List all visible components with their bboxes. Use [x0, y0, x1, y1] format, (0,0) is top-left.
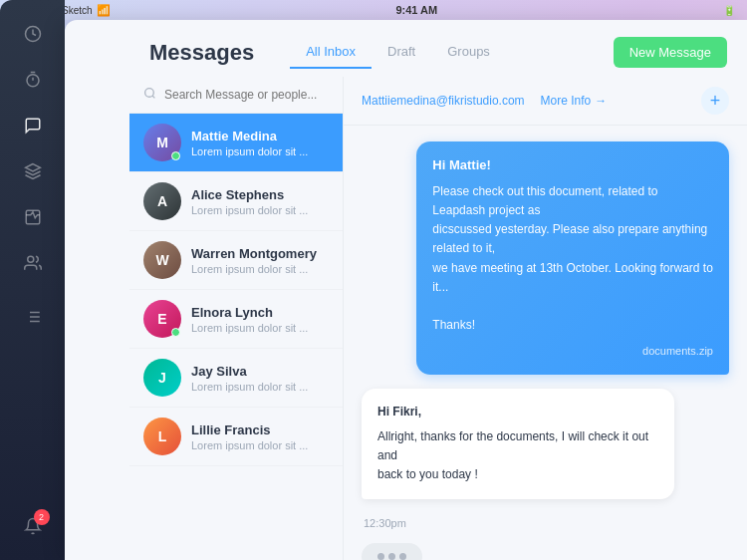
sidebar-icon-clock[interactable]	[14, 15, 52, 53]
status-bar: Sketch 📶 9:41 AM 🔋	[0, 0, 747, 20]
contact-name: Elnora Lynch	[191, 305, 329, 320]
online-indicator	[171, 151, 180, 160]
message-info: Lillie Francis Lorem ipsum dolor sit ...	[191, 422, 329, 451]
carrier-label: Sketch	[62, 5, 93, 16]
conversation-panel: Mattiiemedina@fikristudio.com More Info …	[344, 77, 747, 560]
avatar-wrap: L	[143, 418, 181, 455]
tabs: All Inbox Draft Groups	[290, 36, 506, 69]
main-content: Messages All Inbox Draft Groups New Mess…	[129, 20, 747, 560]
svg-line-13	[152, 96, 154, 98]
typing-dot-3	[399, 553, 406, 560]
svg-point-12	[145, 89, 154, 98]
list-item[interactable]: J Jay Silva Lorem ipsum dolor sit ...	[129, 349, 343, 408]
message-preview: Lorem ipsum dolor sit ...	[191, 263, 329, 275]
time-display: 9:41 AM	[395, 4, 437, 16]
add-button[interactable]: +	[701, 87, 729, 115]
avatar: J	[143, 359, 181, 397]
avatar-wrap: J	[143, 359, 181, 397]
messages-area: Hi Mattie! Please check out this documen…	[344, 126, 747, 560]
sidebar-icon-list[interactable]	[14, 298, 52, 336]
message-info: Elnora Lynch Lorem ipsum dolor sit ...	[191, 305, 329, 334]
wifi-icon: 📶	[97, 4, 111, 17]
message-items: M Mattie Medina Lorem ipsum dolor sit ..…	[129, 114, 343, 560]
sidebar-icon-timer[interactable]	[14, 61, 52, 99]
message-info: Warren Montgomery Lorem ipsum dolor sit …	[191, 246, 329, 275]
sidebar-bottom: 2	[14, 507, 52, 545]
page-title: Messages	[149, 40, 254, 66]
typing-dot-2	[388, 553, 395, 560]
tab-all-inbox[interactable]: All Inbox	[290, 36, 372, 69]
list-item[interactable]: A Alice Stephens Lorem ipsum dolor sit .…	[129, 172, 343, 231]
sidebar-icon-users[interactable]	[14, 244, 52, 282]
bubble-title: Hi Mattie!	[432, 155, 713, 176]
header: Messages All Inbox Draft Groups New Mess…	[129, 20, 747, 69]
main-app: Messages All Inbox Draft Groups New Mess…	[65, 20, 747, 560]
tab-groups[interactable]: Groups	[431, 36, 506, 69]
message-info: Jay Silva Lorem ipsum dolor sit ...	[191, 364, 329, 393]
attachment-label: documents.zip	[432, 343, 713, 361]
typing-indicator	[362, 543, 422, 560]
message-preview: Lorem ipsum dolor sit ...	[191, 145, 329, 157]
online-indicator	[171, 328, 180, 337]
search-input[interactable]	[164, 88, 329, 102]
message-preview: Lorem ipsum dolor sit ...	[191, 322, 329, 334]
message-bubble-sent: Hi Mattie! Please check out this documen…	[416, 141, 729, 375]
message-preview: Lorem ipsum dolor sit ...	[191, 439, 329, 451]
message-info: Mattie Medina Lorem ipsum dolor sit ...	[191, 129, 329, 157]
contact-name: Lillie Francis	[191, 422, 329, 437]
status-right: 🔋	[723, 5, 735, 16]
new-message-button[interactable]: New Message	[614, 37, 727, 68]
contact-email: Mattiiemedina@fikristudio.com	[362, 94, 525, 108]
more-info-button[interactable]: More Info →	[541, 94, 608, 108]
contact-name: Alice Stephens	[191, 187, 329, 202]
list-item[interactable]: E Elnora Lynch Lorem ipsum dolor sit ...	[129, 290, 343, 349]
message-list-panel: M Mattie Medina Lorem ipsum dolor sit ..…	[129, 77, 344, 560]
message-time: 12:30pm	[362, 517, 729, 529]
conversation-header: Mattiiemedina@fikristudio.com More Info …	[344, 77, 747, 126]
search-icon	[143, 87, 156, 103]
avatar-wrap: A	[143, 182, 181, 220]
message-info: Alice Stephens Lorem ipsum dolor sit ...	[191, 187, 329, 216]
sidebar-icon-layers[interactable]	[14, 152, 52, 190]
bubble-body: Allright, thanks for the documents, I wi…	[377, 427, 658, 485]
bubble-title: Hi Fikri,	[377, 403, 658, 421]
contact-name: Mattie Medina	[191, 129, 329, 143]
svg-marker-3	[25, 164, 40, 172]
list-item[interactable]: L Lillie Francis Lorem ipsum dolor sit .…	[129, 408, 343, 466]
avatar: W	[143, 241, 181, 279]
svg-point-5	[27, 256, 33, 262]
avatar-wrap: E	[143, 300, 181, 338]
message-preview: Lorem ipsum dolor sit ...	[191, 204, 329, 216]
search-bar	[129, 77, 343, 114]
contact-name: Warren Montgomery	[191, 246, 329, 261]
message-preview: Lorem ipsum dolor sit ...	[191, 381, 329, 393]
notification-badge: 2	[34, 509, 50, 525]
message-bubble-received: Hi Fikri, Allright, thanks for the docum…	[362, 389, 674, 499]
list-item[interactable]: W Warren Montgomery Lorem ipsum dolor si…	[129, 231, 343, 290]
contact-name: Jay Silva	[191, 364, 329, 379]
avatar-wrap: W	[143, 241, 181, 279]
list-item[interactable]: M Mattie Medina Lorem ipsum dolor sit ..…	[129, 114, 343, 172]
bubble-body: Please check out this document, related …	[432, 182, 713, 336]
tab-draft[interactable]: Draft	[372, 36, 431, 69]
sidebar-icon-chart[interactable]	[14, 198, 52, 236]
sidebar-icon-chat[interactable]	[14, 107, 52, 144]
content-body: M Mattie Medina Lorem ipsum dolor sit ..…	[129, 77, 747, 560]
avatar: L	[143, 418, 181, 455]
typing-dot-1	[377, 553, 384, 560]
sidebar-icon-bell[interactable]: 2	[14, 507, 52, 545]
avatar: A	[143, 182, 181, 220]
sidebar: 2	[0, 0, 65, 560]
avatar-wrap: M	[143, 124, 181, 161]
